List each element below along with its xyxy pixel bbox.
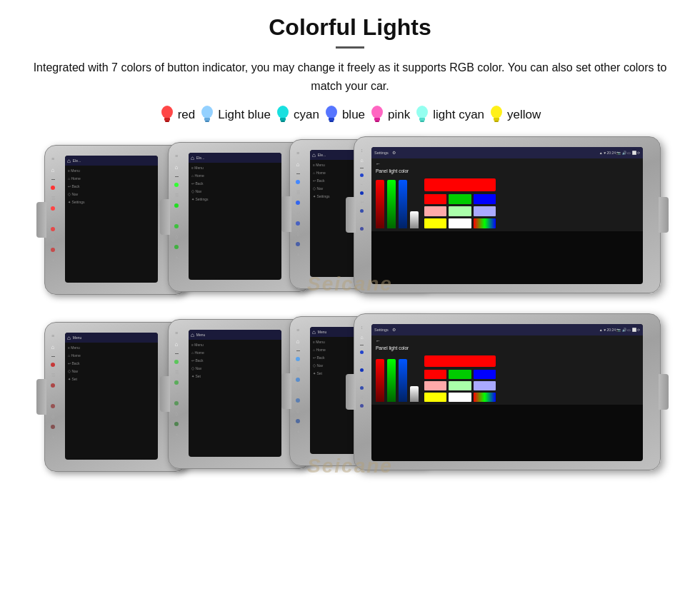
ear-left-2: [160, 199, 170, 235]
bar-blue: [399, 180, 407, 228]
svg-point-3: [201, 106, 213, 118]
svg-rect-8: [281, 121, 285, 122]
device-4-row2: ↕ ⌂ ← ↩ ⟨⟩ Settings ⚙ ▲ ♥ 20:24 📷 🔊 ▭: [354, 313, 661, 470]
color-item-blue: blue: [324, 105, 365, 125]
ear-left-1: [36, 202, 46, 238]
bar-red: [376, 180, 384, 228]
back-arrow-r2: ←: [376, 338, 639, 343]
color-label-lightblue: Light blue: [218, 108, 271, 122]
images-section: ≡ ⌂ ☰ ↩ ⟨⟩ ✦ ⌂ Ele...: [29, 136, 671, 485]
panel-label-r2: Panel light color: [376, 345, 639, 350]
settings-body-r2: ← Panel light color: [371, 335, 643, 405]
bar-white: [410, 211, 419, 228]
panel-content: [376, 178, 639, 228]
svg-point-12: [371, 106, 383, 118]
device-4-row1: ↕ ⌂ ← ↩ ⟨⟩ Settings ⚙ ▲ ♥ 20:: [354, 136, 661, 293]
ear-right-4: [659, 197, 669, 233]
ear-left-4: [346, 197, 356, 233]
back-arrow: ←: [376, 161, 639, 166]
svg-rect-13: [374, 118, 380, 121]
panel-content-r2: [376, 355, 639, 402]
panel-label: Panel light color: [376, 168, 639, 173]
color-item-lightblue: Light blue: [199, 105, 271, 125]
bulb-icon-yellow: [489, 105, 504, 125]
svg-rect-11: [329, 121, 334, 122]
svg-point-18: [491, 106, 502, 118]
color-item-yellow: yellow: [489, 105, 541, 125]
device-row-2: ≡ ⌂ ☰ ↩ ⟨⟩ ✦ ⌂ Menu: [29, 313, 671, 485]
bulb-icon-lightblue: [199, 105, 215, 125]
svg-point-9: [326, 106, 337, 118]
bar-red-r2: [376, 359, 384, 402]
svg-rect-20: [494, 121, 499, 122]
bar-blue-r2: [399, 359, 407, 402]
screen-4-row1: Settings ⚙ ▲ ♥ 20:24 📷 🔊 ▭ ⬜ ⟳ ← Panel l…: [371, 147, 643, 284]
color-label-lightcyan: light cyan: [433, 108, 484, 122]
color-indicators: red Light blue cyan: [159, 105, 541, 125]
svg-rect-4: [204, 118, 210, 121]
ear-left-3: [281, 196, 291, 232]
svg-rect-2: [165, 121, 169, 122]
color-label-pink: pink: [388, 108, 410, 122]
color-label-yellow: yellow: [507, 108, 541, 122]
svg-rect-5: [205, 121, 209, 122]
svg-rect-7: [280, 118, 286, 121]
svg-rect-1: [164, 118, 170, 121]
svg-point-15: [416, 106, 428, 118]
settings-body: ← Panel light color: [371, 158, 643, 231]
ear-left-r2-2: [160, 376, 170, 412]
color-label-red: red: [178, 108, 196, 122]
bulb-icon-pink: [369, 105, 385, 125]
screen-1-row1: ⌂ Ele... ≡ Menu ⌂ Home ↩ Back ⟨⟩ Nav ✦ S…: [65, 156, 158, 283]
screen-2-row1: ⌂ Ele... ≡ Menu ⌂ Home ↩ Back ⟨⟩ Nav ✦ S…: [189, 153, 281, 280]
settings-top-bar-r2: Settings ⚙ ▲ ♥ 20:24 📷 🔊 ▭ ⬜ ⟳: [371, 324, 643, 335]
device-row-1: ≡ ⌂ ☰ ↩ ⟨⟩ ✦ ⌂ Ele...: [29, 136, 671, 304]
color-bars-lg: [376, 178, 419, 228]
settings-top-bar: Settings ⚙ ▲ ♥ 20:24 📷 🔊 ▭ ⬜ ⟳: [371, 147, 643, 158]
bar-green: [387, 180, 396, 228]
color-item-pink: pink: [369, 105, 410, 125]
settings-title: Settings: [374, 151, 389, 155]
color-bars-lg-r2: [376, 355, 419, 402]
color-label-blue: blue: [342, 108, 365, 122]
bulb-icon-blue: [324, 105, 339, 125]
svg-rect-17: [420, 121, 424, 122]
page-container: Colorful Lights Integrated with 7 colors…: [0, 0, 700, 591]
screen-2-row2: ⌂ Menu ≡ Menu ⌂ Home ↩ Back ⟨⟩ Nav ✦ Set: [189, 330, 281, 457]
ear-left-r2-3: [281, 373, 291, 409]
svg-rect-16: [419, 118, 425, 121]
ear-right-r2-4: [659, 374, 669, 410]
bulb-icon-cyan: [275, 105, 291, 125]
bar-white-r2: [410, 386, 419, 402]
description: Integrated with 7 colors of button indic…: [29, 59, 671, 95]
screen-4-row2: Settings ⚙ ▲ ♥ 20:24 📷 🔊 ▭ ⬜ ⟳ ← Panel l…: [371, 324, 643, 461]
color-item-lightcyan: light cyan: [414, 105, 484, 125]
settings-title-r2: Settings: [374, 328, 389, 332]
color-item-red: red: [159, 105, 196, 125]
ear-left-r2-4: [346, 374, 356, 410]
svg-point-6: [277, 106, 289, 118]
bar-green-r2: [387, 359, 396, 402]
bulb-icon-lightcyan: [414, 105, 430, 125]
page-title: Colorful Lights: [269, 14, 431, 41]
svg-rect-19: [494, 118, 499, 121]
title-divider: [336, 46, 364, 49]
svg-point-0: [161, 106, 173, 118]
svg-rect-14: [375, 121, 379, 122]
bulb-icon-red: [159, 105, 175, 125]
svg-rect-10: [329, 118, 334, 121]
color-item-cyan: cyan: [275, 105, 319, 125]
color-label-cyan: cyan: [294, 108, 319, 122]
ear-left-r2-1: [36, 379, 46, 415]
screen-1-row2: ⌂ Menu ≡ Menu ⌂ Home ↩ Back ⟨⟩ Nav ✦ Set: [65, 333, 158, 460]
